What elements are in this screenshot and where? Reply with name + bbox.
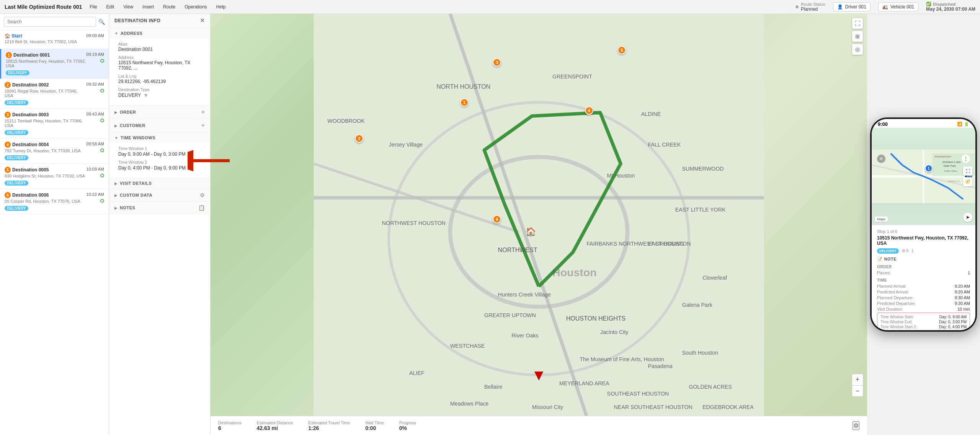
custom-data-gear-button[interactable]: ⚙ [200, 192, 205, 198]
phone-panel: 9:00 📶 🔋 [867, 14, 980, 435]
menu-operations[interactable]: Operations [183, 3, 209, 10]
driver-button[interactable]: 👤 Driver 001 [833, 2, 871, 11]
footer-settings-button[interactable]: ⚙ [853, 421, 859, 430]
destination-item-5[interactable]: 5 Destination 0005 830 Hodgkins St, Hous… [0, 164, 109, 189]
svg-text:HOUSTON HEIGHTS: HOUSTON HEIGHTS [566, 315, 626, 322]
dest-num-2: 2 Destination 0002 [5, 82, 87, 88]
tw2-label: Time Window 2 [118, 160, 205, 165]
down-arrow-annotation: ▼ [531, 367, 547, 384]
customer-section-header[interactable]: ▶ CUSTOMER + [109, 119, 210, 132]
svg-text:Pasadena: Pasadena [648, 363, 673, 369]
status-dot-3 [100, 119, 104, 122]
zoom-out-button[interactable]: − [852, 385, 863, 397]
destination-item-1[interactable]: 1 Destination 0001 10515 Northwest Fwy, … [0, 49, 109, 79]
phone-close-button[interactable]: ✕ [877, 155, 885, 163]
phone-stop-count: ⚙ 6 [902, 249, 908, 253]
phone-screen: 9:00 📶 🔋 [872, 119, 975, 330]
menu-file[interactable]: File [88, 3, 98, 10]
menu-edit[interactable]: Edit [105, 3, 116, 10]
status-dot-5 [100, 174, 104, 178]
destination-item-6[interactable]: 6 Destination 0006 20 Cooper Rd, Houston… [0, 189, 109, 214]
menu-route[interactable]: Route [162, 3, 177, 10]
dest-addr-2: 10041 Regal Row, Houston, TX 77040, USA [5, 89, 87, 98]
map-layers-button[interactable]: ⊞ [852, 31, 863, 42]
destination-item-2[interactable]: 2 Destination 0002 10041 Regal Row, Hous… [0, 79, 109, 109]
time-windows-content: Time Window 1 Day 0, 9:00 AM - Day 0, 3:… [109, 143, 210, 178]
svg-text:Sheldon Lake: Sheldon Lake [942, 160, 961, 164]
svg-text:RAMUS ST: RAMUS ST [948, 180, 960, 182]
dest-marker-5: 5 [5, 167, 11, 173]
notes-section-header[interactable]: ▶ NOTES 📋 [109, 202, 210, 214]
search-button[interactable]: 🔍 [98, 19, 105, 25]
map-controls-top: ⛶ ⊞ ◎ [852, 18, 863, 55]
svg-text:NORTH HOUSTON: NORTH HOUSTON [436, 83, 490, 90]
cd-section-label: CUSTOM DATA [120, 193, 152, 197]
phone-nav-arrow-icon[interactable]: ➤ [963, 213, 972, 222]
destination-item-3[interactable]: 3 Destination 0003 15211 Tomball Pkwy, H… [0, 109, 109, 138]
order-section: ▶ ORDER + [109, 106, 210, 119]
notes-section-label: NOTES [120, 205, 135, 210]
status-dot [795, 5, 799, 8]
status-dot-2 [100, 89, 104, 93]
time-window-1-block: Time Window 1 Day 0, 9:00 AM - Day 0, 3:… [118, 146, 205, 157]
zoom-in-button[interactable]: + [852, 374, 863, 385]
close-button[interactable]: ✕ [200, 18, 205, 24]
menu-insert[interactable]: Insert [141, 3, 155, 10]
footer-wait-time: Wait Time 0:00 [365, 420, 384, 431]
phone-compass-icon[interactable]: 🧭 [963, 177, 972, 186]
map-expand-button[interactable]: ⛶ [852, 18, 863, 29]
phone-order-section: ORDER [877, 265, 970, 269]
vehicle-button[interactable]: 🚛 Vehicle 001 [878, 2, 918, 11]
svg-text:WOODBROOK: WOODBROOK [327, 118, 365, 124]
phone-pieces-row: Pieces: 1 [877, 270, 970, 275]
dest-marker-6: 6 [5, 192, 11, 198]
dest-marker-3: 3 [5, 112, 11, 118]
svg-text:South Houston: South Houston [682, 350, 718, 356]
visit-details-section-header[interactable]: ▶ VISIT DETAILS [109, 178, 210, 189]
search-bar: 🔍 [0, 14, 109, 30]
time-windows-section-header[interactable]: ▼ TIME WINDOWS [109, 132, 210, 143]
dest-num-5: 5 Destination 0005 [5, 167, 87, 173]
custom-data-section: ▶ CUSTOM DATA ⚙ [109, 189, 210, 202]
map-background: NORTH HOUSTON GREENSPOINT ALDINE Jersey … [211, 14, 867, 416]
search-input[interactable] [4, 17, 96, 27]
svg-text:FAIRBANKS NORTHWEST CROSSING: FAIRBANKS NORTHWEST CROSSING [586, 241, 684, 247]
phone-tw-start2-row: Time Window Start 2: Day: 0, 4:00 PM [880, 324, 967, 329]
destination-item-4[interactable]: 4 Destination 0004 792 Turney Dr, Housto… [0, 138, 109, 164]
dest-time-start: 09:00 AM [87, 33, 104, 38]
order-section-header[interactable]: ▶ ORDER + [109, 106, 210, 119]
customer-add-button[interactable]: + [201, 122, 205, 129]
address-section-header[interactable]: ▼ ADDRESS [109, 28, 210, 39]
address-section: ▼ ADDRESS Alias Destination 0001 Address… [109, 28, 210, 106]
order-add-button[interactable]: + [201, 109, 205, 116]
dest-addr-start: 1219 Bell St, Houston, TX 77002, USA [5, 39, 87, 44]
dest-num-4: 4 Destination 0004 [5, 142, 87, 148]
destination-item-start[interactable]: 🏠 Start 1219 Bell St, Houston, TX 77002,… [0, 30, 109, 49]
map-location-button[interactable]: ◎ [852, 44, 863, 55]
status-dot-6 [100, 199, 104, 203]
destinations-panel: 🔍 🏠 Start 1219 Bell St, Houston, TX 7700… [0, 14, 109, 435]
phone-expand-icon[interactable]: ⛶ [963, 166, 972, 176]
alias-label: Alias [118, 42, 205, 46]
phone-stop-index: 1 [911, 249, 914, 253]
dispatched-info: ✅ Dispatched May 24, 2030 07:00 AM [926, 2, 975, 12]
route-status: Route Status Planned [795, 2, 825, 12]
menu-help[interactable]: Help [215, 3, 227, 10]
svg-text:FALL CREEK: FALL CREEK [648, 142, 681, 148]
menu-view[interactable]: View [122, 3, 135, 10]
svg-text:FedEx Office: FedEx Office [944, 170, 957, 172]
svg-text:Jacinto City: Jacinto City [600, 329, 629, 335]
custom-data-section-header[interactable]: ▶ CUSTOM DATA ⚙ [109, 189, 210, 201]
driver-icon: 👤 [837, 4, 843, 10]
notes-gear-button[interactable]: 📋 [198, 205, 205, 211]
alias-value: Destination 0001 [118, 47, 205, 52]
app-title: Last Mile Optimized Route 001 [5, 4, 82, 10]
phone-more-button[interactable]: ⋮ [962, 155, 970, 163]
svg-text:NORTHWEST: NORTHWEST [498, 246, 537, 253]
phone-stop-label: Stop 1 of 6 [877, 229, 970, 234]
address-chevron-icon: ▼ [114, 31, 118, 36]
svg-text:EAST LITTLE YORK: EAST LITTLE YORK [675, 207, 726, 213]
map-marker-6: 6 [493, 215, 501, 223]
map-zoom-controls: + − [852, 374, 863, 397]
dest-marker-4: 4 [5, 142, 11, 148]
